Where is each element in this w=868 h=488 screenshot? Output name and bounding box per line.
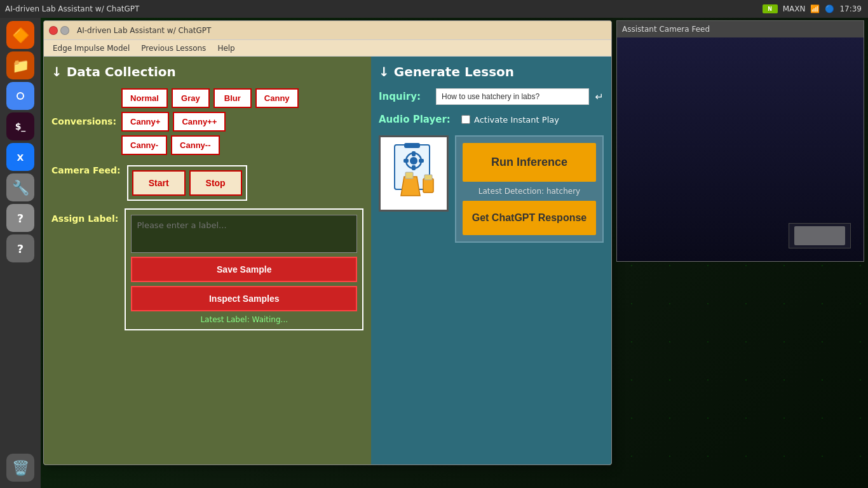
dock-chromium[interactable] xyxy=(6,82,34,110)
nvidia-icon: N xyxy=(763,4,778,13)
menubar: Edge Impulse Model Previous Lessons Help xyxy=(44,40,611,57)
conversions-section: Conversions: Normal Gray Blur Canny Cann… xyxy=(51,88,363,159)
dock-question1[interactable]: ? xyxy=(6,204,34,232)
svg-rect-6 xyxy=(404,143,420,148)
conv-row-2: Canny+ Canny++ xyxy=(121,112,299,132)
assign-section: Assign Label: Save Sample Inspect Sample… xyxy=(51,208,363,330)
dock-files[interactable]: 📁 xyxy=(6,51,34,79)
svg-text:X: X xyxy=(17,152,24,163)
svg-rect-11 xyxy=(403,159,409,163)
camera-window-title: Assistant Camera Feed xyxy=(622,25,710,34)
camera-label: Camera Feed: xyxy=(51,165,121,175)
content-area: ↓ Data Collection Conversions: Normal Gr… xyxy=(44,57,611,464)
inquiry-input[interactable] xyxy=(436,88,589,105)
btn-canny-plus[interactable]: Canny+ xyxy=(121,112,169,132)
lab-illustration xyxy=(385,142,442,205)
data-collection-title: ↓ Data Collection xyxy=(51,64,363,79)
lab-image-box xyxy=(379,135,449,212)
conv-rows: Normal Gray Blur Canny Canny+ Canny++ Ca… xyxy=(121,88,299,159)
latest-label-status: Latest Label: Waiting... xyxy=(131,315,357,324)
close-button[interactable] xyxy=(49,26,58,35)
btn-normal[interactable]: Normal xyxy=(121,88,168,108)
enter-icon[interactable]: ↵ xyxy=(595,91,604,103)
start-button[interactable]: Start xyxy=(132,170,186,196)
wifi-icon: 📶 xyxy=(810,4,820,13)
btn-canny-minus[interactable]: Canny- xyxy=(121,135,167,155)
right-panel: ↓ Generate Lesson Inquiry: ↵ Audio Playe… xyxy=(371,57,611,464)
dock-ubuntu[interactable]: 🔶 xyxy=(6,21,34,49)
conv-row-3: Canny- Canny-- xyxy=(121,135,299,155)
camera-object xyxy=(789,223,851,248)
camera-window: Assistant Camera Feed xyxy=(616,20,864,262)
camera-feed-view xyxy=(617,37,864,261)
camera-titlebar: Assistant Camera Feed xyxy=(617,21,864,37)
get-chatgpt-button[interactable]: Get ChatGPT Response xyxy=(463,201,596,235)
assign-label: Assign Label: xyxy=(51,214,118,330)
taskbar: AI-driven Lab Assistant w/ ChatGPT N MAX… xyxy=(0,0,868,18)
btn-canny-minus-minus[interactable]: Canny-- xyxy=(171,135,219,155)
inference-section: Run Inference Latest Detection: hatchery… xyxy=(379,135,604,243)
bluetooth-icon: 🔵 xyxy=(825,4,834,13)
conv-row-1: Normal Gray Blur Canny xyxy=(121,88,299,108)
inspect-samples-button[interactable]: Inspect Samples xyxy=(131,286,357,311)
instant-play-row: Activate Instant Play xyxy=(461,115,559,125)
run-inference-button[interactable]: Run Inference xyxy=(463,143,596,182)
svg-rect-14 xyxy=(423,179,433,193)
svg-rect-9 xyxy=(412,151,416,156)
dock-question2[interactable]: ? xyxy=(6,234,34,262)
window-titlebar: AI-driven Lab Assistant w/ ChatGPT xyxy=(44,21,611,40)
btn-blur[interactable]: Blur xyxy=(214,88,252,108)
svg-point-8 xyxy=(410,157,417,165)
svg-rect-12 xyxy=(419,159,424,163)
dock: 🔶 📁 $_ X 🔧 ? ? 🗑️ xyxy=(0,18,41,488)
btn-gray[interactable]: Gray xyxy=(172,88,210,108)
taskbar-right: N MAXN 📶 🔵 17:39 xyxy=(763,4,868,13)
conversions-label: Conversions: xyxy=(51,116,116,126)
latest-detection: Latest Detection: hatchery xyxy=(463,187,596,196)
btn-canny[interactable]: Canny xyxy=(255,88,299,108)
inference-buttons-box: Run Inference Latest Detection: hatchery… xyxy=(455,135,604,243)
assign-box: Save Sample Inspect Samples Latest Label… xyxy=(125,208,363,330)
save-sample-button[interactable]: Save Sample xyxy=(131,257,357,282)
minimize-button[interactable] xyxy=(60,26,69,35)
taskbar-title: AI-driven Lab Assistant w/ ChatGPT xyxy=(0,4,763,13)
svg-point-2 xyxy=(18,93,23,98)
generate-lesson-title: ↓ Generate Lesson xyxy=(379,64,604,79)
dock-wrench[interactable]: 🔧 xyxy=(6,173,34,201)
conversions-row-container: Conversions: Normal Gray Blur Canny Cann… xyxy=(51,88,363,159)
dock-terminal[interactable]: $_ xyxy=(6,112,34,140)
btn-canny-plus-plus[interactable]: Canny++ xyxy=(173,112,226,132)
camera-section: Camera Feed: Start Stop xyxy=(51,165,363,201)
inquiry-label: Inquiry: xyxy=(379,91,430,102)
dock-trash[interactable]: 🗑️ xyxy=(6,454,34,482)
label-input[interactable] xyxy=(131,215,357,253)
window-title: AI-driven Lab Assistant w/ ChatGPT xyxy=(77,26,211,35)
menu-previous-lessons[interactable]: Previous Lessons xyxy=(136,43,211,54)
menu-help[interactable]: Help xyxy=(212,43,240,54)
svg-rect-15 xyxy=(424,175,432,180)
audio-row: Audio Player: Activate Instant Play xyxy=(379,114,604,125)
hostname: MAXN xyxy=(783,4,806,13)
svg-rect-13 xyxy=(405,172,413,179)
camera-buttons-box: Start Stop xyxy=(127,165,247,201)
clock: 17:39 xyxy=(839,4,862,13)
svg-rect-10 xyxy=(412,165,416,170)
main-window: AI-driven Lab Assistant w/ ChatGPT Edge … xyxy=(43,20,612,465)
menu-edge-impulse[interactable]: Edge Impulse Model xyxy=(48,43,135,54)
instant-play-label: Activate Instant Play xyxy=(474,115,559,125)
audio-label: Audio Player: xyxy=(379,114,455,125)
dock-xcode[interactable]: X xyxy=(6,143,34,171)
inquiry-row: Inquiry: ↵ xyxy=(379,88,604,105)
stop-button[interactable]: Stop xyxy=(189,170,242,196)
instant-play-checkbox[interactable] xyxy=(461,115,470,124)
left-panel: ↓ Data Collection Conversions: Normal Gr… xyxy=(44,57,371,464)
